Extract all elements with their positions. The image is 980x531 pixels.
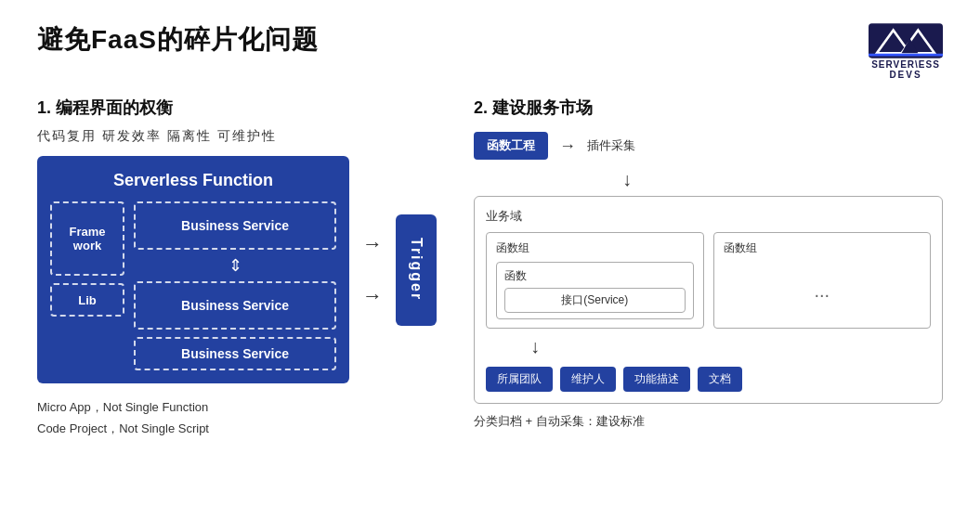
trigger-box: Trigger xyxy=(396,214,437,326)
business-service-3: Business Service xyxy=(134,337,336,370)
func-groups-row: 函数组 函数 接口(Service) 函数组 ... xyxy=(486,232,931,329)
inner-down-arrow-icon: ↓ xyxy=(530,336,540,356)
service-box: 接口(Service) xyxy=(504,288,686,313)
lib-box: Lib xyxy=(50,283,124,317)
arrows-to-trigger: → → xyxy=(357,232,388,308)
right-section-title: 2. 建设服务市场 xyxy=(474,97,943,119)
left-main-row: Serverless Function Frame work Lib Busin… xyxy=(37,156,437,383)
tag-team: 所属团队 xyxy=(486,367,553,392)
ellipsis: ... xyxy=(724,262,921,320)
func-group-2: 函数组 ... xyxy=(713,232,932,329)
func-eng-button: 函数工程 xyxy=(474,132,548,160)
bottom-line-2: Code Project，Not Single Script xyxy=(37,418,437,439)
sf-title: Serverless Function xyxy=(50,171,336,190)
arrow-to-plugin: → xyxy=(559,136,576,156)
tag-doc: 文档 xyxy=(698,367,742,392)
down-arrow-icon: ↓ xyxy=(622,169,632,190)
arrow-top: → xyxy=(362,232,383,256)
sf-right: Business Service ⇕ Business Service Busi… xyxy=(134,201,336,370)
logo-text-line2: DEVS xyxy=(889,70,921,80)
logo-icon xyxy=(869,22,943,59)
right-bottom-text: 分类归档 + 自动采集：建设标准 xyxy=(474,413,943,430)
sf-inner: Frame work Lib Business Service ⇕ Busine… xyxy=(50,201,336,370)
func-group-1-label: 函数组 xyxy=(496,240,694,256)
right-column: 2. 建设服务市场 函数工程 → 插件采集 ↓ 业务域 函数组 xyxy=(474,97,943,440)
double-arrow-icon: ⇕ xyxy=(134,257,336,274)
down-arrow-area: ↓ xyxy=(492,169,943,190)
sf-left: Frame work Lib xyxy=(50,201,124,370)
logo-text-line1: SERVER\ESS xyxy=(871,59,940,70)
plugin-label: 插件采集 xyxy=(587,137,635,154)
left-subtitle: 代码复用 研发效率 隔离性 可维护性 xyxy=(37,128,437,145)
logo-area: SERVER\ESS DEVS xyxy=(869,22,943,80)
business-service-1: Business Service xyxy=(134,201,336,250)
left-section-title: 1. 编程界面的权衡 xyxy=(37,97,437,119)
func-group-2-label: 函数组 xyxy=(724,240,921,256)
func-group-1: 函数组 函数 接口(Service) xyxy=(486,232,704,329)
tags-row: 所属团队 维护人 功能描述 文档 xyxy=(486,367,931,392)
func-label: 函数 xyxy=(504,268,686,284)
inner-down-arrow: ↓ xyxy=(530,336,931,357)
domain-label: 业务域 xyxy=(486,208,931,225)
tag-maintainer: 维护人 xyxy=(560,367,616,392)
bottom-line-1: Micro App，Not Single Function xyxy=(37,396,437,418)
serverless-function-box: Serverless Function Frame work Lib Busin… xyxy=(37,156,349,383)
trigger-label: Trigger xyxy=(408,238,425,301)
business-service-2: Business Service xyxy=(134,281,336,330)
func-inner-box: 函数 接口(Service) xyxy=(496,262,694,319)
left-bottom-text: Micro App，Not Single Function Code Proje… xyxy=(37,396,437,440)
page-title: 避免FaaS的碎片化问题 xyxy=(37,22,319,58)
func-eng-row: 函数工程 → 插件采集 xyxy=(474,132,943,160)
left-column: 1. 编程界面的权衡 代码复用 研发效率 隔离性 可维护性 Serverless… xyxy=(37,97,437,440)
arrow-bottom: → xyxy=(362,284,383,308)
content-columns: 1. 编程界面的权衡 代码复用 研发效率 隔离性 可维护性 Serverless… xyxy=(37,97,943,440)
right-diagram: 业务域 函数组 函数 接口(Service) 函数组 ... xyxy=(474,196,943,404)
page-header: 避免FaaS的碎片化问题 SERVER\ESS DEVS xyxy=(37,22,943,80)
framework-box: Frame work xyxy=(50,201,124,276)
tag-feature: 功能描述 xyxy=(623,367,690,392)
